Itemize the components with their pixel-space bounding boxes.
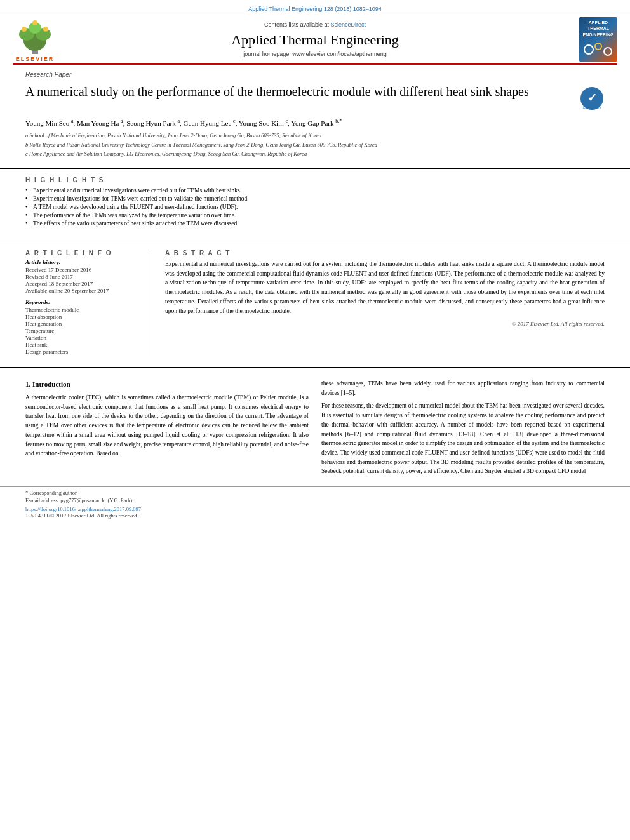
- journal-header: Applied Thermal Engineering 128 (2018) 1…: [0, 0, 630, 15]
- svg-point-5: [22, 27, 27, 32]
- paper-type-label: Research Paper: [25, 71, 605, 78]
- intro-heading: 1. Introduction: [25, 379, 309, 390]
- highlight-item-1: Experimental and numerical investigation…: [25, 187, 605, 194]
- journal-thumb-text: APPLIED THERMAL ENGINEERING: [582, 20, 613, 37]
- abstract-col: A B S T R A C T Experimental and numeric…: [165, 250, 605, 356]
- keyword-5: Variation: [25, 335, 143, 341]
- highlight-item-3: A TEM model was developed using the FLUE…: [25, 204, 605, 210]
- highlight-item-5: The effects of the various parameters of…: [25, 220, 605, 227]
- paper-title-row: A numerical study on the performance of …: [25, 83, 605, 111]
- highlight-item-4: The performance of the TEMs was analyzed…: [25, 212, 605, 218]
- affiliation-b: b Rolls-Royce and Pusan National Univers…: [25, 141, 605, 150]
- elsevier-label: ELSEVIER: [16, 56, 55, 62]
- contents-available: Contents lists available at ScienceDirec…: [13, 22, 617, 28]
- keyword-6: Heat sink: [25, 342, 143, 348]
- abstract-text: Experimental and numerical investigation…: [165, 260, 605, 316]
- paper-section: Research Paper A numerical study on the …: [0, 65, 630, 163]
- header-inner: ELSEVIER Contents lists available at Sci…: [0, 15, 630, 63]
- divider-2: [0, 239, 630, 239]
- received-date: Received 17 December 2016: [25, 267, 143, 273]
- svg-point-6: [43, 27, 48, 32]
- corresponding-note: * Corresponding author.: [25, 490, 605, 496]
- body-col-left: 1. Introduction A thermoelectric cooler …: [25, 379, 309, 480]
- copyright-line: © 2017 Elsevier Ltd. All rights reserved…: [165, 321, 605, 327]
- paper-title: A numerical study on the performance of …: [25, 83, 529, 100]
- keyword-4: Temperature: [25, 328, 143, 334]
- keywords-label: Keywords:: [25, 299, 143, 305]
- affiliations: a School of Mechanical Engineering, Pusa…: [25, 131, 605, 159]
- keyword-1: Thermoelectric module: [25, 307, 143, 313]
- article-info-abstract-section: A R T I C L E I N F O Article history: R…: [0, 244, 630, 362]
- intro-col2-p1: these advantages, TEMs have been widely …: [321, 379, 605, 397]
- footnote-area: * Corresponding author. E-mail address: …: [0, 486, 630, 523]
- highlight-item-2: Experimental investigations for TEMs wer…: [25, 196, 605, 202]
- top-citation: Applied Thermal Engineering 128 (2018) 1…: [0, 5, 630, 12]
- elsevier-logo: ELSEVIER: [13, 17, 57, 62]
- revised-date: Revised 8 June 2017: [25, 274, 143, 280]
- keyword-3: Heat generation: [25, 321, 143, 327]
- journal-thumbnail: APPLIED THERMAL ENGINEERING: [579, 17, 617, 62]
- body-section: 1. Introduction A thermoelectric cooler …: [0, 373, 630, 486]
- doi-link[interactable]: https://doi.org/10.1016/j.applthermaleng…: [25, 506, 605, 512]
- highlights-section: H I G H L I G H T S Experimental and num…: [0, 174, 630, 234]
- article-history-label: Article history:: [25, 259, 143, 265]
- issn-line: 1359-4311/© 2017 Elsevier Ltd. All right…: [25, 512, 605, 519]
- keyword-7: Design parameters: [25, 349, 143, 355]
- intro-col1-p1: A thermoelectric cooler (TEC), which is …: [25, 393, 309, 458]
- svg-point-7: [32, 20, 37, 25]
- body-col-right: these advantages, TEMs have been widely …: [321, 379, 605, 480]
- accepted-date: Accepted 18 September 2017: [25, 281, 143, 287]
- authors-line: Young Min Seo a, Man Yeong Ha a, Seong H…: [25, 117, 605, 128]
- highlights-list: Experimental and numerical investigation…: [25, 187, 605, 227]
- available-date: Available online 20 September 2017: [25, 288, 143, 294]
- intro-col2-p2: For these reasons, the development of a …: [321, 401, 605, 476]
- thumb-decoration: [582, 40, 614, 59]
- svg-point-8: [584, 45, 593, 54]
- highlights-header: H I G H L I G H T S: [25, 177, 605, 183]
- affiliation-a: a School of Mechanical Engineering, Pusa…: [25, 131, 605, 140]
- elsevier-tree-icon: [13, 17, 57, 55]
- abstract-header: A B S T R A C T: [165, 250, 605, 257]
- divider-1: [0, 168, 630, 169]
- keyword-2: Heat absorption: [25, 314, 143, 320]
- affiliation-c: c Home Appliance and Air Solution Compan…: [25, 150, 605, 159]
- svg-text:CrossMark: CrossMark: [582, 105, 601, 109]
- email-note: E-mail address: pyg777@pusan.ac.kr (Y.G.…: [25, 497, 605, 503]
- crossmark-icon: ✓ CrossMark: [579, 86, 605, 111]
- svg-text:✓: ✓: [587, 91, 597, 104]
- journal-title: Applied Thermal Engineering: [13, 32, 617, 48]
- sciencedirect-link[interactable]: ScienceDirect: [331, 22, 366, 28]
- divider-3: [0, 367, 630, 368]
- header-center: Contents lists available at ScienceDirec…: [13, 22, 617, 57]
- journal-homepage: journal homepage: www.elsevier.com/locat…: [13, 51, 617, 57]
- svg-point-9: [595, 43, 601, 50]
- svg-point-10: [604, 48, 612, 55]
- article-info-col: A R T I C L E I N F O Article history: R…: [25, 250, 152, 356]
- journal-citation: Applied Thermal Engineering 128 (2018) 1…: [248, 6, 382, 12]
- article-info-header: A R T I C L E I N F O: [25, 250, 143, 257]
